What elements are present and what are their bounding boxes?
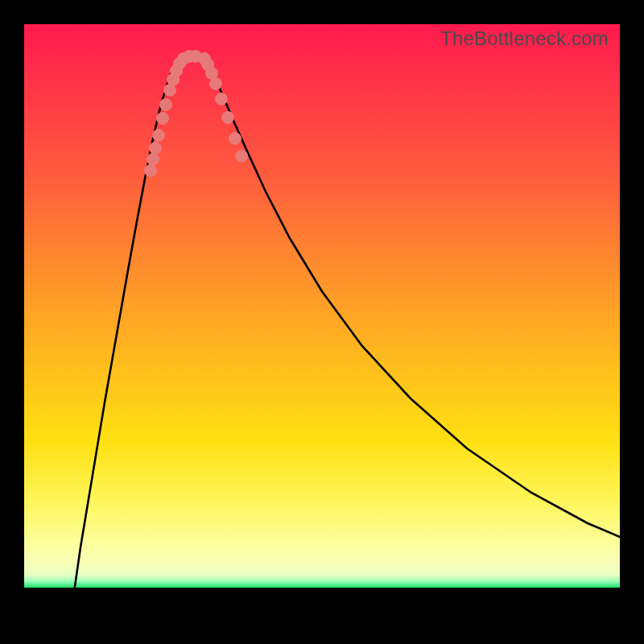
right-curve bbox=[203, 56, 620, 537]
scatter-dot bbox=[222, 112, 234, 124]
scatter-dots bbox=[145, 51, 248, 177]
scatter-dot bbox=[150, 142, 162, 155]
scatter-dot bbox=[153, 130, 165, 142]
scatter-dot bbox=[236, 151, 248, 163]
curve-layer bbox=[24, 24, 620, 620]
scatter-dot bbox=[147, 154, 159, 166]
left-curve bbox=[70, 56, 185, 620]
scatter-dot bbox=[216, 93, 228, 105]
scatter-dot bbox=[210, 78, 222, 90]
outer-frame: TheBottleneck.com bbox=[0, 0, 644, 644]
scatter-dot bbox=[160, 99, 172, 111]
scatter-dot bbox=[229, 133, 242, 145]
plot-area: TheBottleneck.com bbox=[24, 24, 620, 620]
scatter-dot bbox=[145, 165, 157, 177]
scatter-dot bbox=[157, 113, 169, 125]
